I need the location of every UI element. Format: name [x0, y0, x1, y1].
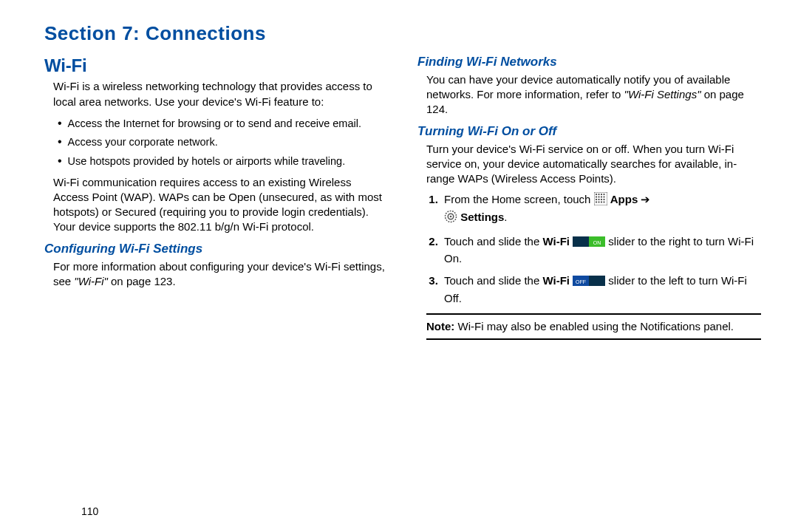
wifi-label: Wi-Fi — [542, 235, 573, 248]
cross-ref: "Wi-Fi" — [74, 275, 108, 287]
turning-body: Turn your device's Wi-Fi service on or o… — [426, 142, 761, 187]
svg-rect-20 — [573, 236, 589, 247]
svg-rect-5 — [596, 197, 597, 198]
settings-gear-icon — [444, 210, 457, 227]
list-item: Access your corporate network. — [58, 134, 388, 150]
svg-rect-3 — [601, 194, 602, 195]
apps-grid-icon — [594, 192, 607, 209]
wifi-intro: Wi-Fi is a wireless networking technolog… — [53, 79, 388, 109]
turning-heading: Turning Wi-Fi On or Off — [417, 123, 761, 140]
list-item: Access the Internet for browsing or to s… — [58, 115, 388, 132]
svg-rect-14 — [598, 202, 599, 203]
section-title: Section 7: Connections — [44, 22, 761, 45]
step-item: Touch and slide the Wi-Fi ON slider to t… — [441, 234, 761, 267]
divider — [426, 338, 761, 340]
settings-label: Settings — [460, 211, 504, 223]
svg-text:OFF: OFF — [576, 279, 586, 284]
svg-rect-6 — [598, 197, 599, 198]
finding-heading: Finding Wi-Fi Networks — [417, 54, 761, 71]
svg-rect-12 — [603, 199, 604, 200]
note-label: Note: — [426, 320, 454, 332]
wifi-wap-info: Wi-Fi communication requires access to a… — [53, 175, 388, 235]
divider — [426, 313, 761, 315]
page-number: 110 — [81, 505, 98, 517]
slider-on-icon: ON — [573, 236, 605, 251]
svg-rect-1 — [596, 194, 597, 195]
svg-rect-9 — [596, 199, 597, 200]
svg-point-19 — [450, 215, 452, 217]
finding-body: You can have your device automatically n… — [426, 72, 761, 117]
svg-rect-2 — [598, 194, 599, 195]
text: From the Home screen, touch — [444, 193, 594, 205]
note-text: Wi-Fi may also be enabled using the Noti… — [454, 320, 734, 332]
wifi-heading: Wi-Fi — [44, 54, 388, 78]
steps-list: From the Home screen, touch — [426, 192, 761, 306]
svg-rect-13 — [596, 202, 597, 203]
svg-rect-7 — [601, 197, 602, 198]
svg-rect-25 — [589, 276, 605, 286]
text: on page 123. — [108, 275, 176, 287]
configuring-body: For more information about configuring y… — [53, 259, 388, 290]
text: . — [504, 211, 507, 223]
configuring-heading: Configuring Wi-Fi Settings — [44, 241, 388, 258]
left-column: Wi-Fi Wi-Fi is a wireless networking tec… — [44, 54, 388, 344]
text: Touch and slide the — [444, 235, 542, 248]
wifi-feature-list: Access the Internet for browsing or to s… — [58, 115, 388, 169]
svg-rect-15 — [601, 202, 602, 203]
slider-off-icon: OFF — [573, 275, 605, 290]
svg-rect-16 — [603, 202, 604, 203]
wifi-label: Wi-Fi — [542, 274, 573, 287]
list-item: Use hotspots provided by hotels or airpo… — [58, 153, 388, 169]
svg-rect-10 — [598, 199, 599, 200]
svg-rect-8 — [603, 197, 604, 198]
cross-ref: "Wi-Fi Settings" — [624, 88, 701, 100]
apps-label: Apps — [610, 193, 638, 205]
right-column: Finding Wi-Fi Networks You can have your… — [417, 54, 761, 344]
svg-rect-11 — [601, 199, 602, 200]
step-item: Touch and slide the Wi-Fi OFF slider to … — [441, 273, 761, 306]
text: Touch and slide the — [444, 274, 542, 287]
svg-rect-4 — [603, 194, 604, 195]
note-block: Note: Wi-Fi may also be enabled using th… — [426, 319, 761, 334]
svg-text:ON: ON — [593, 240, 601, 245]
arrow: ➔ — [638, 193, 650, 205]
content-columns: Wi-Fi Wi-Fi is a wireless networking tec… — [44, 54, 761, 344]
step-item: From the Home screen, touch — [441, 192, 761, 227]
